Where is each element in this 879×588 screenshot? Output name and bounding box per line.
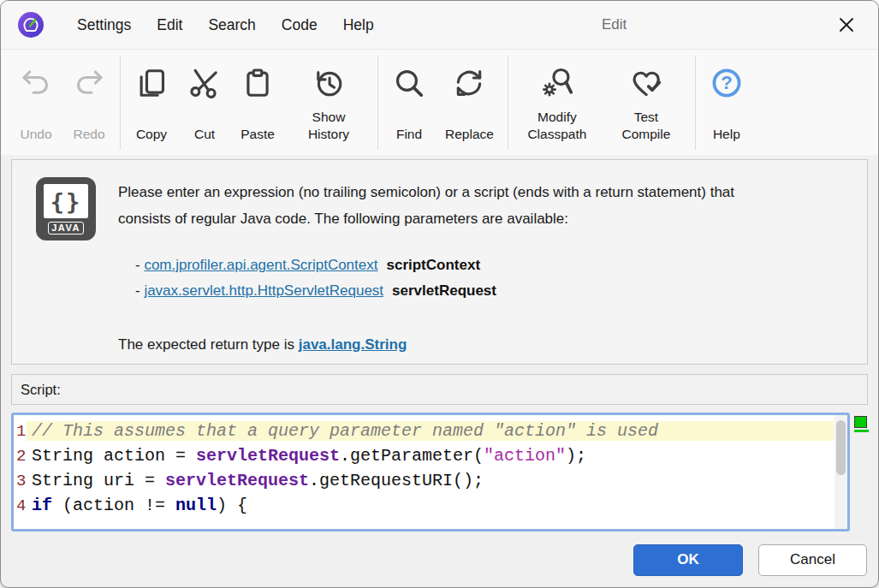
ok-button[interactable]: OK [633,544,743,576]
help-button[interactable]: ? Help [700,55,753,151]
replace-label: Replace [445,106,494,151]
show-history-label: Show History [294,106,364,151]
param-item: - javax.servlet.http.HttpServletRequests… [135,278,770,304]
java-badge-label: JAVA [48,222,84,235]
editor-scrollbar-thumb[interactable] [836,420,846,475]
line-number: 1 [14,422,27,441]
menu-bar: Settings Edit Search Code Help Edit [1,1,878,49]
line-number: 4 [14,496,27,515]
paste-icon [241,60,274,106]
menu-help[interactable]: Help [330,10,387,40]
close-icon [837,15,856,34]
help-label: Help [713,106,740,151]
help-icon: ? [710,60,743,106]
menu-search[interactable]: Search [195,10,268,40]
search-icon [393,60,425,106]
code-line[interactable]: 3String uri = servletRequest.getRequestU… [14,468,847,493]
modify-classpath-label: Modify Classpath [522,106,592,151]
param-name: servletRequest [392,282,496,299]
copy-button[interactable]: Copy [125,55,178,151]
redo-label: Redo [73,106,104,151]
copy-icon [135,60,168,106]
code-text: // This assumes that a query parameter n… [27,421,834,441]
test-compile-button[interactable]: Test Compile [602,55,691,151]
java-braces-glyph: {} [44,184,88,218]
cut-icon [188,60,221,106]
code-lines: 1// This assumes that a query parameter … [14,415,847,518]
toolbar: Undo Redo Copy Cut Paste [1,49,878,155]
code-line[interactable]: 2String action = servletRequest.getParam… [14,443,847,468]
param-type-link[interactable]: javax.servlet.http.HttpServletRequest [144,282,383,299]
return-type-line: The expected return type is java.lang.St… [118,332,770,358]
undo-icon [20,60,52,106]
script-code-editor[interactable]: 1// This assumes that a query parameter … [11,413,850,532]
heart-check-icon [630,60,662,106]
java-icon: {} JAVA [36,177,96,241]
code-line[interactable]: 4if (action != null) { [14,493,847,518]
jprofiler-app-icon [18,12,44,38]
param-list: - com.jprofiler.api.agent.ScriptContexts… [135,252,770,304]
close-button[interactable] [832,11,861,39]
error-stripe-mark [854,430,869,432]
param-type-link[interactable]: com.jprofiler.api.agent.ScriptContext [144,257,377,273]
test-compile-label: Test Compile [611,106,681,151]
param-name: scriptContext [386,257,480,273]
edit-script-dialog: Settings Edit Search Code Help Edit Undo… [0,0,879,588]
find-button[interactable]: Find [383,55,436,151]
replace-icon [453,60,485,106]
find-label: Find [396,106,422,151]
code-line[interactable]: 1// This assumes that a query parameter … [14,419,847,443]
info-panel: {} JAVA Please enter an expression (no t… [11,159,868,365]
line-number: 3 [14,472,27,490]
editor-scrollbar[interactable] [834,415,847,529]
history-icon [312,60,345,106]
redo-button[interactable]: Redo [62,55,116,151]
return-type-link[interactable]: java.lang.String [299,336,407,353]
modify-classpath-button[interactable]: Modify Classpath [513,55,602,151]
dialog-button-bar: OK Cancel [1,532,878,588]
paste-label: Paste [241,106,275,151]
cut-label: Cut [194,106,215,151]
svg-text:?: ? [721,72,733,93]
code-text: String uri = servletRequest.getRequestUR… [27,471,834,490]
param-item: - com.jprofiler.api.agent.ScriptContexts… [135,252,770,278]
code-text: if (action != null) { [27,496,834,515]
window-title: Edit [602,16,627,33]
copy-label: Copy [136,106,167,151]
error-stripe [850,413,868,532]
script-label-bar: Script: [11,374,868,405]
paste-button[interactable]: Paste [231,55,284,151]
info-paragraph: Please enter an expression (no trailing … [118,179,770,232]
line-number: 2 [14,447,27,466]
script-label: Script: [21,382,61,398]
toolbar-separator [508,56,508,150]
toolbar-separator [377,56,378,150]
cut-button[interactable]: Cut [178,55,231,151]
menu-edit[interactable]: Edit [144,10,195,40]
return-type-prefix: The expected return type is [118,336,299,353]
menu-settings[interactable]: Settings [64,10,144,40]
no-errors-indicator [854,416,867,428]
undo-label: Undo [20,106,51,151]
undo-button[interactable]: Undo [9,55,62,151]
show-history-button[interactable]: Show History [284,55,373,151]
redo-icon [73,60,105,106]
code-text: String action = servletRequest.getParame… [27,446,834,466]
menu-code[interactable]: Code [269,10,330,40]
cancel-button[interactable]: Cancel [758,544,867,576]
toolbar-separator [120,56,121,150]
classpath-search-gear-icon [541,60,573,106]
replace-button[interactable]: Replace [436,55,503,151]
toolbar-separator [695,56,696,150]
